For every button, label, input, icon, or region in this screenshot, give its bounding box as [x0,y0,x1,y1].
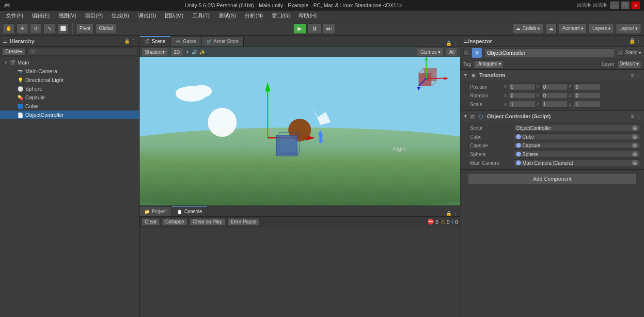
hierarchy-create-button[interactable]: Create ▾ [2,48,26,56]
inspector-menu-icon[interactable]: ⋮ [636,38,641,44]
scene-all-button[interactable]: All [446,48,458,56]
menu-window[interactable]: 窗口(G) [268,11,294,20]
add-component-button[interactable]: Add Component [468,174,636,184]
menu-test[interactable]: 测试(S) [215,11,240,20]
script-component-header[interactable]: ▼ ✓ ⬡ Object Controller (Script) ⚙ ⋮ [460,111,644,122]
static-arrow-icon[interactable]: ▾ [639,50,641,55]
rect-tool-button[interactable]: ⬜ [57,23,69,34]
cube-icon: 🟦 [17,104,23,109]
bottom-tab-menu-icon[interactable]: ⋮ [453,211,458,216]
close-button[interactable]: ✕ [631,1,640,9]
object-name-input[interactable] [485,48,615,57]
play-button[interactable]: ▶ [293,23,307,34]
step-button[interactable]: ⏭ [322,23,336,34]
pos-y-input[interactable] [541,83,568,90]
cloud-button[interactable]: ☁ [545,23,557,34]
layers-button[interactable]: Layers ▾ [589,23,614,34]
menu-file[interactable]: 文件(F) [2,11,27,20]
script-enabled-checkbox[interactable]: ✓ [470,113,475,119]
menu-build[interactable]: 生成(B) [108,11,133,20]
scene-toolbar: Shaded ▾ 2D ☀ 🔊 ✨ Gizmos ▾ All [140,47,460,57]
tab-game[interactable]: 🎮 Game [171,36,201,46]
script-settings-icon[interactable]: ⚙ [630,114,635,119]
hierarchy-item-objectcontroller[interactable]: 📄 ObjectController [0,111,139,119]
clear-button[interactable]: Clear [141,218,160,226]
pivot-button[interactable]: Pivot [76,23,94,34]
sphere-select-button[interactable]: ◎ [632,151,638,157]
pos-z-input[interactable] [574,83,600,90]
account-button[interactable]: Account ▾ [559,23,587,34]
collapse-button[interactable]: Collapse [162,218,188,226]
scale-tool-button[interactable]: ⤡ [44,23,55,34]
hierarchy-menu-icon[interactable]: ⋮ [131,38,136,44]
tag-select[interactable]: Untagged ▾ [474,61,503,68]
camera-icon: 📷 [17,69,23,74]
hierarchy-search-input[interactable] [28,48,137,56]
pause-button[interactable]: ⏸ [308,23,321,34]
bottom-tab-lock-icon[interactable]: 🔒 [446,211,452,216]
camera-select-button[interactable]: ◎ [632,160,638,166]
shading-mode-button[interactable]: Shaded ▾ [141,48,168,56]
transform-settings-icon[interactable]: ⚙ [630,73,635,78]
layer-select[interactable]: Default ▾ [617,61,641,68]
clear-on-play-button[interactable]: Clear on Play [189,218,225,226]
tab-scene[interactable]: 🎬 Scene [140,36,171,46]
gizmos-button[interactable]: Gizmos ▾ [417,48,444,56]
hierarchy-item-camera[interactable]: 📷 Main Camera [0,67,139,76]
tag-label: Tag [463,62,471,67]
tab-menu-icon[interactable]: ⋮ [453,41,458,46]
hierarchy-item-sphere[interactable]: ⚪ Sphere [0,84,139,93]
fx-icon[interactable]: ✨ [199,49,205,55]
hierarchy-item-main[interactable]: ▼ 🎬 Main [0,58,139,67]
rotate-tool-button[interactable]: ↺ [30,23,42,34]
hand-tool-button[interactable]: ✋ [3,23,15,34]
menu-debug[interactable]: 调试(D) [134,11,160,20]
script-select-button[interactable]: ◎ [632,125,638,131]
collab-button[interactable]: ☁ Collab ▾ [512,23,543,34]
static-checkbox[interactable] [618,50,624,56]
hierarchy-item-cube[interactable]: 🟦 Cube [0,102,139,111]
tab-asset-store[interactable]: 🛒 Asset Store [202,36,244,46]
info-count: ℹ 0 [452,219,458,225]
transform-menu-icon[interactable]: ⋮ [636,73,641,78]
rotation-row: Rotation X Y Z [460,91,644,100]
move-tool-button[interactable]: ✛ [16,23,28,34]
pos-x-input[interactable] [509,83,535,90]
maximize-button[interactable]: ☐ [621,1,629,9]
layout-label: Layout ▾ [619,26,638,31]
tab-lock-icon[interactable]: 🔒 [446,41,452,46]
hierarchy-item-light[interactable]: 💡 Directional Light [0,76,139,84]
scale-x-input[interactable] [509,101,535,108]
menu-edit[interactable]: 编辑(E) [28,11,54,20]
rot-z-input[interactable] [574,92,600,99]
menu-view[interactable]: 视图(V) [55,11,80,20]
minimize-button[interactable]: — [610,1,619,9]
hierarchy-item-capsule[interactable]: 💊 Capsule [0,93,139,102]
tab-console[interactable]: 📋 Console [172,206,207,216]
error-pause-button[interactable]: Error Pause [227,218,260,226]
menu-project[interactable]: 项目(P) [81,11,107,20]
global-button[interactable]: Global [95,23,116,34]
audio-icon[interactable]: 🔊 [191,49,197,55]
object-enabled-checkbox[interactable] [463,50,469,56]
menu-help[interactable]: 帮助(H) [295,11,320,20]
tab-project[interactable]: 📁 Project [140,206,172,216]
scale-z-input[interactable] [574,101,600,108]
script-menu-icon[interactable]: ⋮ [636,114,641,119]
transform-header[interactable]: ▼ ⊞ Transform ⚙ ⋮ [460,70,644,80]
hierarchy-lock-icon[interactable]: 🔒 [124,38,130,44]
rot-y-input[interactable] [541,92,568,99]
menu-tools[interactable]: 工具(T) [188,11,214,20]
lighting-icon[interactable]: ☀ [185,49,189,55]
menu-analyze[interactable]: 分析(N) [241,11,267,20]
dimension-button[interactable]: 2D [170,48,183,56]
inspector-lock-icon[interactable]: 🔒 [629,38,636,44]
scale-y-input[interactable] [541,101,568,108]
inspector-panel: ☰ Inspector 🔒 ⋮ ⚙ Static ▾ Tag Untagged … [460,36,644,317]
layout-button[interactable]: Layout ▾ [616,23,641,34]
cube-select-button[interactable]: ◎ [632,134,638,140]
menu-team[interactable]: 团队(M) [161,11,188,20]
capsule-value-text: Capsule [522,143,540,148]
rot-x-input[interactable] [509,92,535,99]
capsule-select-button[interactable]: ◎ [632,143,638,148]
